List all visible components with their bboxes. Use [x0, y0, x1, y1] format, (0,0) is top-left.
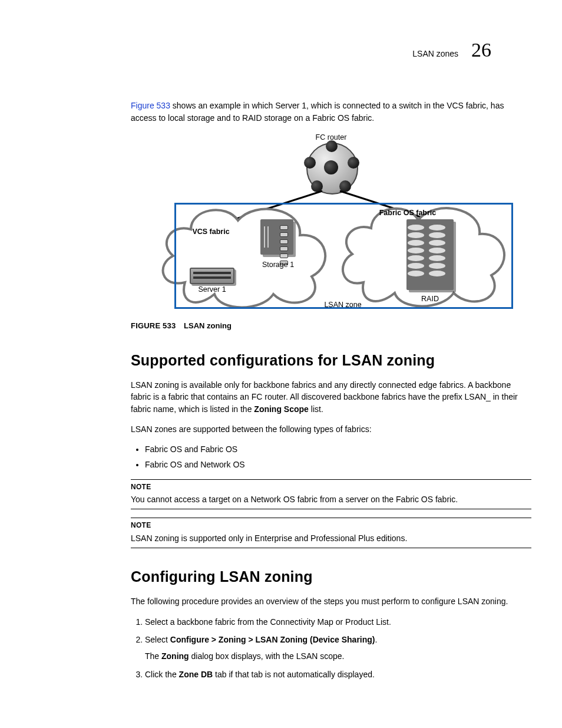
vcs-fabric-label: VCS fabric [187, 226, 234, 237]
step-2: Select Configure > Zoning > LSAN Zoning … [145, 634, 531, 663]
raid-label: RAID [412, 294, 448, 304]
fabric-types-list: Fabric OS and Fabric OS Fabric OS and Ne… [131, 443, 531, 471]
raid-icon [406, 219, 454, 290]
server-1-icon [190, 268, 234, 284]
note-label: NOTE [131, 482, 531, 492]
note-text: You cannot access a target on a Network … [131, 493, 531, 505]
zone-db-tab-term: Zone DB [179, 670, 213, 679]
step-2-sub: The Zoning dialog box displays, with the… [145, 650, 531, 662]
note-block-1: NOTE You cannot access a target on a Net… [131, 479, 531, 510]
section2-intro: The following procedure provides an over… [131, 595, 531, 607]
list-item: Fabric OS and Fabric OS [145, 443, 531, 455]
figure-link[interactable]: Figure 533 [131, 101, 170, 110]
zoning-scope-term: Zoning Scope [254, 404, 309, 414]
step-1: Select a backbone fabric from the Connec… [145, 616, 531, 628]
figure-title: LSAN zoning [184, 321, 232, 330]
steps-list: Select a backbone fabric from the Connec… [131, 616, 531, 680]
intro-text: shows an example in which Server 1, whic… [131, 101, 504, 122]
section1-para2: LSAN zones are supported between the fol… [131, 423, 531, 435]
note-label: NOTE [131, 521, 531, 531]
step-3: Click the Zone DB tab if that tab is not… [145, 668, 531, 680]
section1-para1: LSAN zoning is available only for backbo… [131, 379, 531, 415]
figure-caption: FIGURE 533 LSAN zoning [131, 321, 531, 332]
lsan-zone-label: LSAN zone [319, 299, 366, 310]
note-text: LSAN zoning is supported only in Enterpr… [131, 532, 531, 544]
note-block-2: NOTE LSAN zoning is supported only in En… [131, 518, 531, 548]
zoning-dialog-term: Zoning [161, 651, 189, 661]
lsan-zoning-diagram: FC router [154, 132, 508, 315]
header-section-title: LSAN zones [412, 48, 458, 60]
page-header: LSAN zones 26 [35, 35, 491, 64]
storage-1-label: Storage 1 [257, 259, 299, 270]
intro-paragraph: Figure 533 shows an example in which Ser… [131, 100, 531, 124]
list-item: Fabric OS and Network OS [145, 459, 531, 470]
fabric-os-label: Fabric OS fabric [372, 207, 443, 218]
configuring-lsan-heading: Configuring LSAN zoning [131, 566, 531, 587]
chapter-number: 26 [471, 35, 491, 64]
storage-1-icon [260, 219, 293, 255]
menu-path: Configure > Zoning > LSAN Zoning (Device… [170, 635, 375, 644]
server-1-label: Server 1 [189, 284, 236, 295]
supported-configurations-heading: Supported configurations for LSAN zoning [131, 350, 531, 371]
figure-number: FIGURE 533 [131, 321, 176, 330]
